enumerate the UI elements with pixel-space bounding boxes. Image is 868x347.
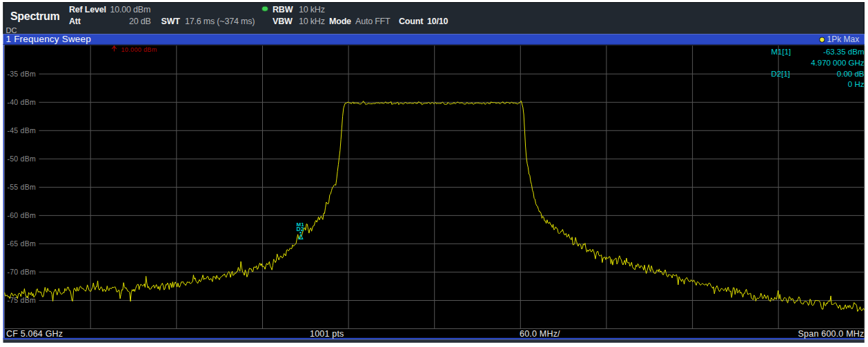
svg-text:-50 dBm: -50 dBm [8,155,36,163]
svg-text:4.970 000 GHz: 4.970 000 GHz [811,59,865,67]
svg-text:VBW: VBW [273,17,293,26]
svg-text:0.00 dB: 0.00 dB [837,70,865,78]
svg-text:20 dB: 20 dB [129,17,151,26]
svg-text:Att: Att [69,17,81,26]
svg-text:-65 dBm: -65 dBm [8,239,36,248]
svg-text:10.00 dBm: 10.00 dBm [110,5,151,14]
svg-text:M1[1]: M1[1] [771,48,791,56]
svg-text:-60 dBm: -60 dBm [8,211,36,219]
svg-text:-40 dBm: -40 dBm [8,98,36,106]
svg-text:-55 dBm: -55 dBm [8,183,36,191]
svg-text:-75 dBm: -75 dBm [8,296,36,304]
svg-text:Spectrum: Spectrum [10,10,59,22]
svg-text:1Pk Max: 1Pk Max [827,34,860,44]
svg-text:10.000 dBm: 10.000 dBm [121,46,157,53]
svg-text:D2: D2 [297,226,304,232]
svg-text:10 kHz: 10 kHz [299,17,325,26]
svg-text:-63.35 dBm: -63.35 dBm [823,48,864,56]
svg-text:Ref Level: Ref Level [69,5,106,14]
svg-text:SWT: SWT [161,17,181,26]
svg-text:-70 dBm: -70 dBm [8,268,36,276]
svg-text:D2[1]: D2[1] [771,70,791,78]
svg-text:1 Frequency Sweep: 1 Frequency Sweep [6,34,91,44]
svg-text:Auto FFT: Auto FFT [355,17,391,26]
svg-text:17.6 ms (~374 ms): 17.6 ms (~374 ms) [185,17,255,26]
svg-text:-35 dBm: -35 dBm [8,70,36,78]
svg-text:0 Hz: 0 Hz [848,80,865,88]
svg-text:1001 pts: 1001 pts [310,329,344,339]
svg-text:10/10: 10/10 [427,17,448,26]
svg-text:RBW: RBW [273,5,293,14]
svg-text:CF 5.064 GHz: CF 5.064 GHz [6,329,63,339]
svg-text:60.0 MHz/: 60.0 MHz/ [520,329,560,339]
svg-text:Span 600.0 MHz: Span 600.0 MHz [798,329,865,339]
svg-text:10 kHz: 10 kHz [299,5,325,14]
svg-text:Count: Count [399,17,424,26]
svg-text:Mode: Mode [329,17,351,26]
svg-text:-45 dBm: -45 dBm [8,126,36,135]
